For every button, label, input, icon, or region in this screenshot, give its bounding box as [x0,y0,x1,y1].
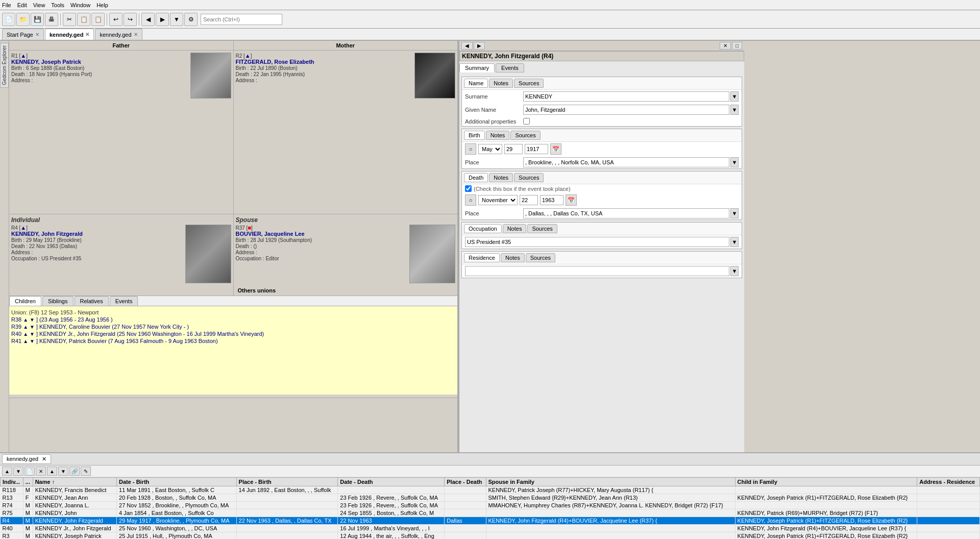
table-row[interactable]: R3 M KENNEDY, Joseph Patrick 25 Jul 1915… [1,532,980,540]
child-r39[interactable]: R39 ▲ ▼ ] KENNEDY, Caroline Bouvier (27 … [11,324,455,330]
birth-day-input[interactable] [504,144,523,154]
paste-btn[interactable]: 📋 [91,13,105,26]
tab-kennedy-1[interactable]: kennedy.ged ✕ [45,29,94,40]
back-btn[interactable]: ◀ [141,13,155,26]
nav-next[interactable]: ▶ [474,42,485,50]
tab-death-notes[interactable]: Notes [489,173,513,182]
save-btn[interactable]: 💾 [31,13,44,26]
db-tab-close[interactable]: ✕ [42,456,46,462]
menu-edit[interactable]: Edit [17,2,27,8]
given-name-dropdown[interactable]: ▼ [730,105,739,115]
tab-relatives[interactable]: Relatives [75,296,109,306]
given-name-input[interactable] [523,105,729,115]
col-name[interactable]: Name ↑ [33,478,116,486]
tab-kennedy-1-close[interactable]: ✕ [85,32,89,37]
child-r40[interactable]: R40 ▲ ▼ ] KENNEDY Jr., John Fitzgerald (… [11,331,455,337]
undo-btn[interactable]: ↩ [109,13,122,26]
tab-occupation-notes[interactable]: Notes [503,224,527,233]
tab-residence[interactable]: Residence [464,253,500,262]
table-row[interactable]: R4 M KENNEDY, John Fitzgerald 29 May 191… [1,517,980,525]
tree-btn[interactable]: ⚙ [184,13,198,26]
col-address[interactable]: Address - Residence [917,478,980,486]
new-btn[interactable]: 📄 [2,13,15,26]
col-death-date[interactable]: Date - Death [338,478,445,486]
db-tab-kennedy[interactable]: kennedy.ged ✕ [2,454,51,464]
menu-help[interactable]: Help [96,2,108,8]
menu-tools[interactable]: Tools [51,2,64,8]
redo-btn[interactable]: ↪ [124,13,137,26]
open-btn[interactable]: 📁 [16,13,30,26]
death-year-input[interactable] [540,195,564,205]
tab-residence-sources[interactable]: Sources [526,253,555,262]
tab-death[interactable]: Death [464,173,488,182]
col-birth-date[interactable]: Date - Birth [117,478,237,486]
birth-date-btn2[interactable]: 📅 [550,143,561,155]
panel-expand[interactable]: □ [732,42,742,50]
tab-start-close[interactable]: ✕ [35,32,39,37]
death-date-cal[interactable]: ○ [465,194,476,206]
birth-place-dropdown[interactable]: ▼ [730,157,739,167]
residence-input[interactable] [465,266,729,276]
tab-siblings[interactable]: Siblings [42,296,74,306]
birth-date-cal[interactable]: ○ [465,143,476,155]
print-btn[interactable]: 🖶 [45,13,58,26]
death-place-input[interactable] [523,208,729,218]
spouse-name[interactable]: BOUVIER, Jacqueline Lee [236,231,408,237]
db-btn-2[interactable]: ▼ [13,467,23,476]
tab-name-notes[interactable]: Notes [489,79,513,88]
col-dots[interactable]: ... [23,478,33,486]
forward-btn[interactable]: ▶ [156,13,169,26]
tab-events[interactable]: Events [496,63,524,72]
menu-window[interactable]: Window [70,2,90,8]
tab-birth[interactable]: Birth [464,131,485,140]
tab-name[interactable]: Name [464,79,488,88]
col-spouse[interactable]: Spouse in Family [486,478,735,486]
col-death-place[interactable]: Place - Death [445,478,486,486]
death-place-dropdown[interactable]: ▼ [730,208,739,218]
db-btn-1[interactable]: ▲ [2,467,12,476]
surname-input[interactable] [523,91,729,102]
father-name[interactable]: KENNEDY, Joseph Patrick [11,59,188,65]
child-r41[interactable]: R41 ▲ ▼ ] KENNEDY, Patrick Bouvier (7 Au… [11,338,455,344]
table-row[interactable]: R75 M KENNEDY, John 4 Jan 1854 , East Bo… [1,509,980,517]
death-date-btn2[interactable]: 📅 [566,194,577,206]
mother-name[interactable]: FITZGERALD, Rose Elizabeth [236,59,413,65]
tab-kennedy-2[interactable]: kennedy.ged ✕ [95,29,142,40]
table-row[interactable]: R13 F KENNEDY, Jean Ann 20 Feb 1928 , Bo… [1,494,980,502]
tab-children[interactable]: Children [9,296,41,306]
home-btn[interactable]: ▼ [170,13,183,26]
db-btn-7[interactable]: 🔗 [69,467,80,476]
db-btn-6[interactable]: ▼ [58,467,68,476]
search-input[interactable] [203,16,280,22]
tab-events[interactable]: Events [110,296,138,306]
nav-prev[interactable]: ◀ [461,42,473,50]
db-btn-4[interactable]: ✕ [36,467,46,476]
additional-checkbox[interactable] [523,118,530,125]
tab-occupation-sources[interactable]: Sources [527,224,557,233]
cut-btn[interactable]: ✂ [63,13,76,26]
menu-file[interactable]: File [2,2,11,8]
table-row[interactable]: R74 M KENNEDY, Joanna L. 27 Nov 1852 , B… [1,502,980,509]
table-row[interactable]: R118 M KENNEDY, Francis Benedict 11 Mar … [1,486,980,494]
tab-occupation[interactable]: Occupation [464,224,502,233]
birth-place-input[interactable] [523,157,729,167]
panel-close[interactable]: ✕ [720,42,731,50]
tab-name-sources[interactable]: Sources [514,79,544,88]
birth-year-input[interactable] [525,144,548,154]
tab-death-sources[interactable]: Sources [514,173,544,182]
child-r38[interactable]: R38 ▲ ▼ ] (23 Aug 1956 - 23 Aug 1956 ) [11,316,455,323]
menu-view[interactable]: View [33,2,45,8]
col-birth-place[interactable]: Place - Birth [236,478,338,486]
death-checkbox[interactable] [465,185,472,192]
sidebar-gedcom-explorer[interactable]: Gedcom Explorer [0,43,9,88]
col-child[interactable]: Child in Family [735,478,917,486]
death-month-select[interactable]: November [478,195,518,205]
tab-birth-notes[interactable]: Notes [486,131,510,140]
db-btn-5[interactable]: ▲ [47,467,57,476]
copy-btn[interactable]: 📋 [77,13,90,26]
db-btn-3[interactable]: 📄 [24,467,35,476]
tab-summary[interactable]: Summary [459,63,495,72]
residence-dropdown[interactable]: ▼ [730,266,739,276]
tab-start-page[interactable]: Start Page ✕ [2,29,44,40]
tab-birth-sources[interactable]: Sources [510,131,540,140]
